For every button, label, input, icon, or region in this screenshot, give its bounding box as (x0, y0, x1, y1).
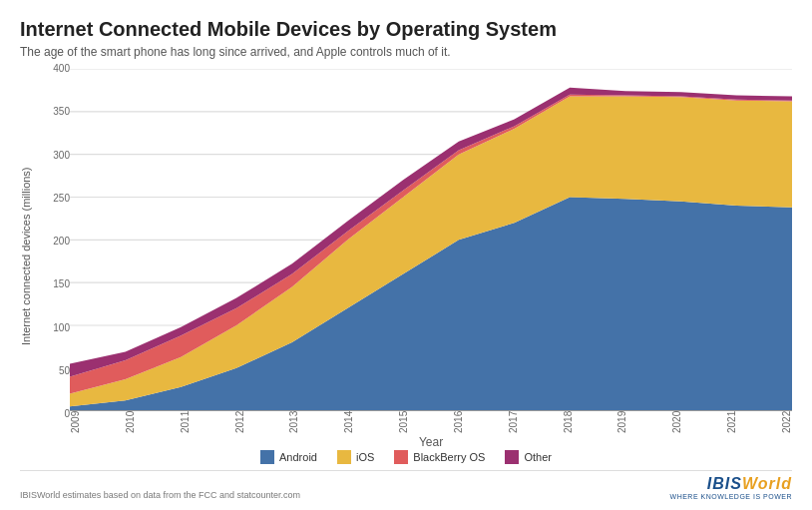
chart-legend: AndroidiOSBlackBerry OSOther (20, 444, 792, 468)
legend-color (260, 450, 274, 464)
y-axis-label: Internet connected devices (millions) (20, 69, 40, 444)
chart-svg (70, 69, 792, 411)
legend-label: Android (279, 451, 317, 463)
legend-label: BlackBerry OS (413, 451, 485, 463)
footer: IBISWorld estimates based on data from t… (20, 470, 792, 500)
x-tick: 2012 (234, 413, 245, 433)
legend-item: Android (260, 450, 317, 464)
chart-main: 2009201020112012201320142015201620172018… (70, 69, 792, 444)
logo-tagline: Where Knowledge is Power (670, 493, 792, 500)
chart-title: Internet Connected Mobile Devices by Ope… (20, 18, 792, 41)
x-tick: 2021 (726, 413, 737, 433)
legend-item: iOS (337, 450, 374, 464)
logo-ibis: IBIS (707, 475, 742, 492)
chart-subtitle: The age of the smart phone has long sinc… (20, 45, 792, 59)
x-tick: 2017 (508, 413, 519, 433)
legend-color (394, 450, 408, 464)
legend-label: Other (524, 451, 552, 463)
x-tick: 2022 (781, 413, 792, 433)
legend-label: iOS (356, 451, 374, 463)
x-tick: 2019 (616, 413, 627, 433)
main-container: Internet Connected Mobile Devices by Ope… (0, 0, 812, 510)
x-tick: 2016 (453, 413, 464, 433)
x-tick: 2011 (180, 413, 191, 433)
x-axis-labels: 2009201020112012201320142015201620172018… (70, 411, 792, 433)
logo-world: World (742, 475, 792, 492)
x-tick: 2015 (398, 413, 409, 433)
legend-color (337, 450, 351, 464)
chart-area: Internet connected devices (millions) 05… (20, 69, 792, 444)
x-tick: 2018 (563, 413, 574, 433)
y-axis-ticks: 050100150200250300350400 (40, 69, 70, 444)
x-tick: 2014 (343, 413, 354, 433)
legend-item: BlackBerry OS (394, 450, 485, 464)
legend-color (505, 450, 519, 464)
x-tick: 2013 (288, 413, 299, 433)
ibis-logo: IBISWorld Where Knowledge is Power (670, 475, 792, 500)
x-tick: 2009 (70, 413, 81, 433)
x-tick: 2010 (125, 413, 136, 433)
legend-item: Other (505, 450, 552, 464)
x-tick: 2020 (671, 413, 682, 433)
footer-source: IBISWorld estimates based on data from t… (20, 490, 300, 500)
